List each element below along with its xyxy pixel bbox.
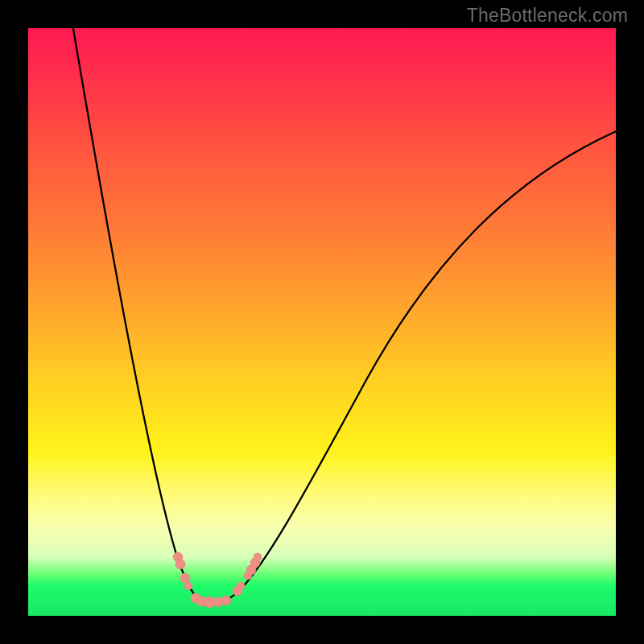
chart-frame: TheBottleneck.com	[0, 0, 644, 644]
data-marker	[221, 596, 231, 605]
curve-right-branch	[209, 130, 620, 603]
data-marker	[180, 573, 190, 583]
data-marker	[237, 582, 245, 590]
data-marker	[175, 559, 185, 569]
data-marker	[184, 582, 192, 590]
chart-overlay	[28, 28, 616, 616]
watermark-text: TheBottleneck.com	[467, 5, 628, 27]
curve-left-branch	[72, 24, 209, 603]
data-marker	[254, 553, 262, 561]
